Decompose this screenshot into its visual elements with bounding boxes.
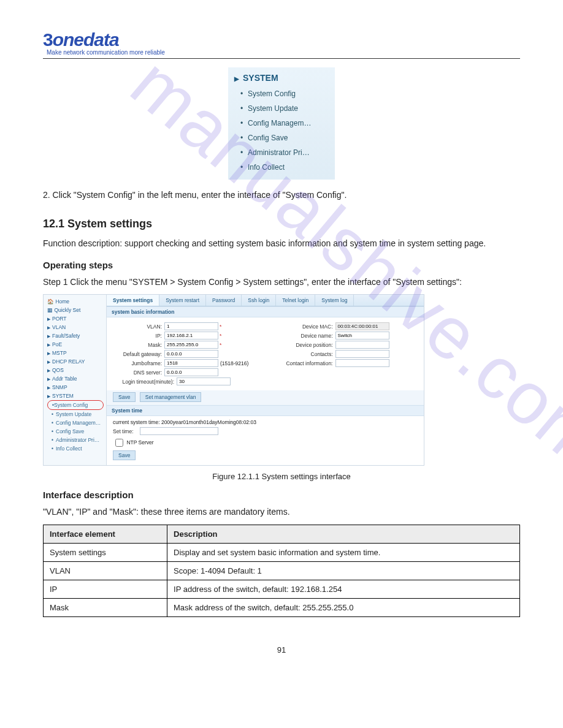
mac-label: Device MAC: — [275, 324, 333, 330]
tab-password[interactable]: Password — [206, 295, 242, 306]
sidebar-cat[interactable]: QOS — [47, 366, 104, 374]
sidebar-item[interactable]: Config Managem… — [47, 419, 104, 427]
save-button[interactable]: Save — [113, 392, 136, 402]
screenshot-figure: 🏠 Home ▦ Quickly Set PORT VLAN Fault/Saf… — [43, 294, 424, 466]
sidebar-quick-label: Quickly Set — [54, 307, 80, 313]
form-left-col: VLAN:* IP:* Mask:* Default gateway: Jumb… — [113, 321, 256, 387]
menu-item: System Update — [234, 101, 332, 116]
sidebar-cat[interactable]: PoE — [47, 340, 104, 349]
timeout-input[interactable] — [177, 377, 231, 385]
sidebar-cat[interactable]: VLAN — [47, 323, 104, 332]
table-row: IP IP address of the switch, default: 19… — [44, 580, 520, 599]
sidebar-home-label: Home — [55, 298, 69, 305]
paragraph: "VLAN", "IP" and "Mask": these three ite… — [43, 505, 520, 520]
sidebar-cat[interactable]: SNMP — [47, 383, 104, 392]
required-star: * — [220, 333, 221, 339]
mask-input[interactable] — [164, 341, 218, 349]
table-row: VLAN Scope: 1-4094 Default: 1 — [44, 562, 520, 580]
sidebar-cat[interactable]: DHCP RELAY — [47, 357, 104, 366]
form-right-col: Device MAC:00:03:4C:00:00:01 Device name… — [275, 321, 418, 387]
sidebar-cat[interactable]: Addr Table — [47, 374, 104, 383]
brand-tagline: Make network communication more reliable — [47, 49, 520, 56]
settime-input[interactable] — [140, 427, 218, 435]
tab-system-restart[interactable]: System restart — [159, 295, 206, 306]
brand-name: 3onedata — [43, 29, 520, 50]
contactinfo-input[interactable] — [335, 359, 389, 367]
sidebar-cat[interactable]: PORT — [47, 314, 104, 323]
table-cell: IP address of the switch, default: 192.1… — [167, 580, 520, 599]
table-row: Mask Mask address of the switch, default… — [44, 599, 520, 617]
sidebar-cat[interactable]: SYSTEM — [47, 392, 104, 400]
mac-value: 00:03:4C:00:00:01 — [335, 322, 389, 330]
sidebar-cat[interactable]: MSTP — [47, 349, 104, 357]
interface-desc-heading: Interface description — [43, 490, 520, 500]
brand-header: 3onedata document.querySelector('.brand-… — [43, 29, 520, 59]
settime-label: Set time: — [113, 428, 137, 434]
jumboframe-label: Jumboframe: — [113, 360, 162, 366]
table-cell: Mask — [44, 599, 167, 617]
tab-bar: System settings System restart Password … — [107, 295, 424, 306]
position-input[interactable] — [335, 341, 389, 349]
system-menu-figure: SYSTEM System Config System Update Confi… — [228, 67, 335, 180]
sidebar-item[interactable]: Administrator Pri… — [47, 436, 104, 444]
position-label: Device position: — [275, 342, 333, 348]
contacts-label: Contacts: — [275, 351, 333, 357]
table-cell: Display and set system basic information… — [167, 544, 520, 562]
time-panel: current system time: 2000year01month01da… — [107, 416, 424, 465]
tab-ssh[interactable]: Ssh login — [242, 295, 276, 306]
table-cell: VLAN — [44, 562, 167, 580]
screenshot-main: System settings System restart Password … — [107, 295, 424, 465]
required-star: * — [220, 324, 221, 330]
ntp-checkbox[interactable] — [115, 439, 123, 447]
devicename-input[interactable] — [335, 332, 389, 339]
menu-item: Config Save — [234, 131, 332, 145]
dns-input[interactable] — [164, 368, 218, 376]
timeout-label: Login timeout(minute): — [113, 379, 174, 385]
table-cell: IP — [44, 580, 167, 599]
tab-system-settings[interactable]: System settings — [107, 295, 159, 306]
sidebar-cat[interactable]: Fault/Safety — [47, 332, 104, 340]
gateway-input[interactable] — [164, 350, 218, 358]
ntp-label: NTP Server — [126, 439, 153, 446]
sidebar-item[interactable]: Info Collect — [47, 444, 104, 453]
sidebar-home[interactable]: 🏠 Home — [47, 297, 104, 306]
vlan-input[interactable] — [164, 322, 218, 330]
save-time-button[interactable]: Save — [113, 450, 136, 460]
current-time-value: 2000year01month01dayMoming08:02:03 — [161, 419, 256, 425]
subheading: Operating steps — [43, 260, 520, 270]
menu-item: Info Collect — [234, 160, 332, 175]
sidebar-quick[interactable]: ▦ Quickly Set — [47, 306, 104, 314]
table-row: System settings Display and set system b… — [44, 544, 520, 562]
sidebar-item-system-config[interactable]: System Config — [47, 400, 104, 410]
menu-item: Config Managem… — [234, 116, 332, 131]
set-vlan-button[interactable]: Set management vlan — [140, 392, 202, 402]
tab-telnet[interactable]: Telnet login — [276, 295, 315, 306]
mask-label: Mask: — [113, 342, 162, 348]
figure-caption: Figure 12.1.1 System settings interface — [43, 472, 520, 481]
table-cell: Scope: 1-4094 Default: 1 — [167, 562, 520, 580]
sidebar-item[interactable]: System Update — [47, 410, 104, 419]
current-time-label: current system time: — [113, 419, 160, 425]
required-star: * — [220, 342, 221, 348]
ip-label: IP: — [113, 333, 162, 339]
contactinfo-label: Contact information: — [275, 360, 333, 366]
contacts-input[interactable] — [335, 350, 389, 358]
panel-title-basic-info: system basic information — [107, 306, 424, 317]
form-area: VLAN:* IP:* Mask:* Default gateway: Jumb… — [107, 317, 424, 390]
paragraph: 2. Click "System Config" in the left men… — [43, 188, 520, 203]
panel-title-system-time: System time — [107, 405, 424, 416]
table-cell: Mask address of the switch, default: 255… — [167, 599, 520, 617]
jumboframe-input[interactable] — [164, 359, 218, 367]
interface-table: Interface element Description System set… — [43, 525, 520, 617]
devicename-label: Device name: — [275, 333, 333, 339]
gateway-label: Default gateway: — [113, 351, 162, 357]
ip-input[interactable] — [164, 332, 218, 339]
screenshot-sidebar: 🏠 Home ▦ Quickly Set PORT VLAN Fault/Saf… — [44, 295, 107, 465]
step-text: Step 1 Click the menu "SYSTEM > System C… — [43, 275, 520, 290]
ntp-row: NTP Server — [113, 437, 418, 449]
current-time-row: current system time: 2000year01month01da… — [113, 419, 418, 425]
tab-syslog[interactable]: System log — [315, 295, 354, 306]
section-heading: 12.1 System settings — [43, 218, 520, 230]
sidebar-item[interactable]: Config Save — [47, 427, 104, 436]
system-menu-header: SYSTEM — [234, 71, 332, 86]
